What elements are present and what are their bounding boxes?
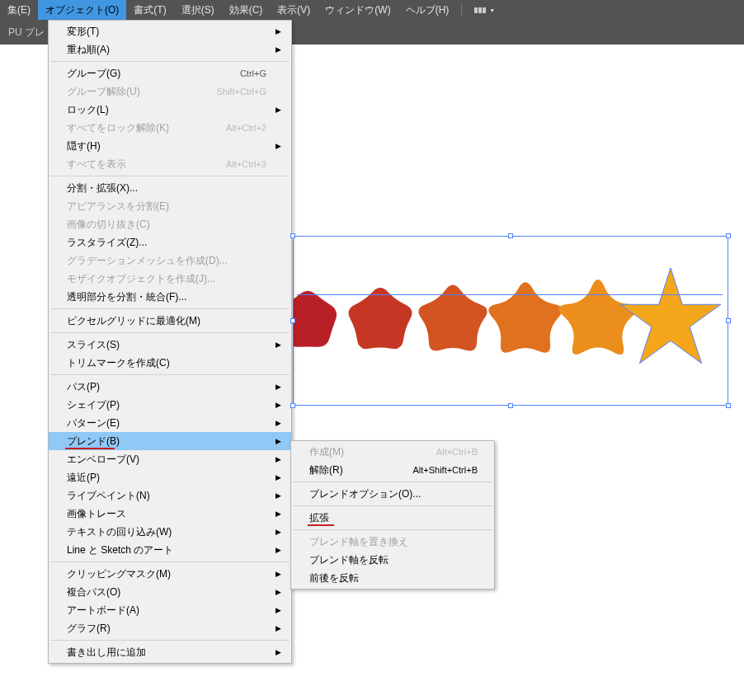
menu-item[interactable]: ロック(L)▶ — [49, 101, 291, 119]
menu-item-label: 遠近(P) — [67, 471, 100, 485]
menu-item-label: グラデーションメッシュを作成(D)... — [67, 254, 228, 268]
menu-item[interactable]: 重ね順(A)▶ — [49, 40, 291, 59]
menu-item[interactable]: グラフ(R)▶ — [49, 619, 291, 637]
menu-item: 画像の切り抜き(C) — [49, 215, 291, 233]
submenu-arrow-icon: ▶ — [275, 648, 281, 656]
submenu-arrow-icon: ▶ — [275, 106, 281, 114]
menu-item[interactable]: クリッピングマスク(M)▶ — [49, 565, 291, 583]
menu-view[interactable]: 表示(V) — [270, 0, 318, 20]
menu-item-label: すべてを表示 — [67, 157, 126, 171]
menu-item: すべてを表示Alt+Ctrl+3 — [49, 155, 291, 173]
menu-item-label: 複合パス(O) — [67, 585, 120, 599]
selection-handle[interactable] — [290, 233, 295, 238]
menu-item[interactable]: エンベロープ(V)▶ — [49, 450, 291, 468]
submenu-arrow-icon: ▶ — [275, 606, 281, 614]
submenu-item[interactable]: 前後を反転 — [291, 569, 494, 587]
submenu-item[interactable]: 解除(R)Alt+Shift+Ctrl+B — [291, 461, 494, 479]
menu-item-label: パターン(E) — [67, 416, 120, 430]
menu-help[interactable]: ヘルプ(H) — [398, 0, 457, 20]
submenu-item[interactable]: 拡張 — [291, 509, 494, 527]
selection-handle[interactable] — [290, 318, 295, 323]
menu-item-shortcut: Ctrl+G — [240, 68, 266, 78]
submenu-item-label: 拡張 — [309, 511, 329, 525]
menu-item-label: 画像トレース — [67, 507, 126, 521]
menu-item[interactable]: 透明部分を分割・統合(F)... — [49, 288, 291, 306]
selection-bounding-box — [293, 236, 728, 406]
menu-item[interactable]: 遠近(P)▶ — [49, 468, 291, 486]
menu-item[interactable]: 書き出し用に追加▶ — [49, 643, 291, 661]
menu-item[interactable]: ブレンド(B)▶ — [49, 432, 291, 450]
submenu-item-label: 作成(M) — [309, 445, 344, 459]
submenu-arrow-icon: ▶ — [275, 491, 281, 500]
menu-item-label: 重ね順(A) — [67, 43, 110, 57]
submenu-item[interactable]: ブレンド軸を反転 — [291, 551, 494, 569]
submenu-arrow-icon: ▶ — [275, 401, 281, 409]
menu-select[interactable]: 選択(S) — [174, 0, 222, 20]
selection-handle[interactable] — [726, 233, 731, 238]
menubar: 集(E) オブジェクト(O) 書式(T) 選択(S) 効果(C) 表示(V) ウ… — [0, 0, 744, 20]
menu-item-label: Line と Sketch のアート — [67, 543, 173, 557]
submenu-item-label: ブレンドオプション(O)... — [309, 487, 421, 501]
menu-item-label: ブレンド(B) — [67, 435, 120, 449]
menu-item[interactable]: ピクセルグリッドに最適化(M) — [49, 312, 291, 330]
menu-edit[interactable]: 集(E) — [0, 0, 38, 20]
menu-item-label: グラフ(R) — [67, 622, 111, 636]
menu-type[interactable]: 書式(T) — [126, 0, 173, 20]
submenu-arrow-icon: ▶ — [275, 341, 281, 349]
menu-item[interactable]: テキストの回り込み(W)▶ — [49, 523, 291, 541]
red-underline — [308, 524, 334, 526]
selection-handle[interactable] — [726, 403, 731, 408]
menu-item[interactable]: トリムマークを作成(C) — [49, 354, 291, 372]
menu-item[interactable]: ライブペイント(N)▶ — [49, 486, 291, 505]
menu-item[interactable]: 分割・拡張(X)... — [49, 179, 291, 197]
menu-item[interactable]: グループ(G)Ctrl+G — [49, 64, 291, 82]
menu-item[interactable]: シェイプ(P)▶ — [49, 396, 291, 414]
menu-item[interactable]: アートボード(A)▶ — [49, 601, 291, 619]
menu-item-label: 変形(T) — [67, 25, 99, 39]
menu-item-label: モザイクオブジェクトを作成(J)... — [67, 272, 215, 286]
workspace-icon — [474, 7, 486, 13]
menu-item[interactable]: 複合パス(O)▶ — [49, 583, 291, 601]
menu-item[interactable]: 隠す(H)▶ — [49, 137, 291, 155]
menu-item-label: 透明部分を分割・統合(F)... — [67, 290, 186, 304]
menu-item-shortcut: Alt+Ctrl+3 — [226, 159, 266, 169]
menu-item-label: ピクセルグリッドに最適化(M) — [67, 314, 200, 328]
submenu-arrow-icon: ▶ — [275, 473, 281, 482]
menu-effect[interactable]: 効果(C) — [222, 0, 271, 20]
submenu-item: 作成(M)Alt+Ctrl+B — [291, 443, 494, 461]
submenu-item-label: 前後を反転 — [309, 571, 359, 585]
menu-item[interactable]: ラスタライズ(Z)... — [49, 233, 291, 251]
menu-item-label: アピアランスを分割(E) — [67, 200, 169, 214]
submenu-item[interactable]: ブレンドオプション(O)... — [291, 485, 494, 503]
menu-item-label: 分割・拡張(X)... — [67, 181, 138, 195]
selection-handle[interactable] — [726, 318, 731, 323]
menu-object[interactable]: オブジェクト(O) — [38, 0, 126, 20]
menu-item: グループ解除(U)Shift+Ctrl+G — [49, 82, 291, 101]
submenu-arrow-icon: ▶ — [275, 510, 281, 518]
blend-submenu: 作成(M)Alt+Ctrl+B解除(R)Alt+Shift+Ctrl+Bブレンド… — [290, 440, 495, 590]
menu-item: アピアランスを分割(E) — [49, 197, 291, 215]
selection-handle[interactable] — [290, 403, 295, 408]
menu-window[interactable]: ウィンドウ(W) — [318, 0, 398, 20]
submenu-item-shortcut: Alt+Shift+Ctrl+B — [412, 465, 478, 475]
control-strip-label: PU プレ — [8, 26, 45, 40]
menu-item[interactable]: Line と Sketch のアート▶ — [49, 541, 291, 559]
menu-item-label: パス(P) — [67, 380, 100, 394]
submenu-arrow-icon: ▶ — [275, 142, 281, 150]
selection-handle[interactable] — [508, 403, 513, 408]
selection-handle[interactable] — [508, 233, 513, 238]
menu-item[interactable]: パターン(E)▶ — [49, 414, 291, 432]
workspace-switcher[interactable]: ▼ — [467, 0, 502, 20]
menu-item-shortcut: Shift+Ctrl+G — [216, 87, 266, 96]
submenu-arrow-icon: ▶ — [275, 27, 281, 35]
menu-item[interactable]: 画像トレース▶ — [49, 505, 291, 523]
submenu-arrow-icon: ▶ — [275, 546, 281, 554]
menu-item[interactable]: 変形(T)▶ — [49, 22, 291, 40]
menu-item-label: スライス(S) — [67, 338, 120, 352]
menu-item-label: トリムマークを作成(C) — [67, 356, 170, 370]
menu-item-label: 画像の切り抜き(C) — [67, 218, 150, 232]
menu-item[interactable]: スライス(S)▶ — [49, 336, 291, 354]
chevron-down-icon: ▼ — [489, 7, 495, 13]
menu-item[interactable]: パス(P)▶ — [49, 378, 291, 396]
menu-item-label: エンベロープ(V) — [67, 453, 139, 467]
